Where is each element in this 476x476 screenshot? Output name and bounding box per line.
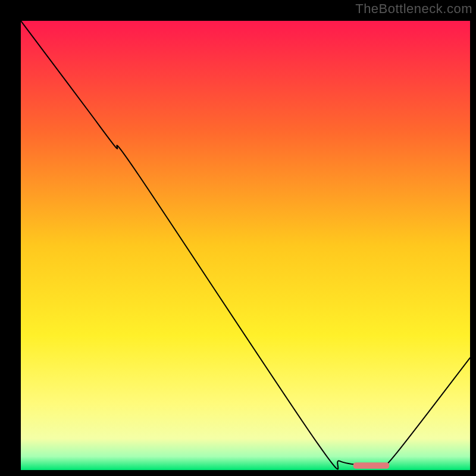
watermark-text: TheBottleneck.com: [355, 1, 472, 17]
chart-plot: [21, 21, 470, 470]
highlight-marker: [353, 462, 389, 469]
chart-background: [21, 21, 470, 470]
chart-frame: TheBottleneck.com: [0, 0, 476, 476]
